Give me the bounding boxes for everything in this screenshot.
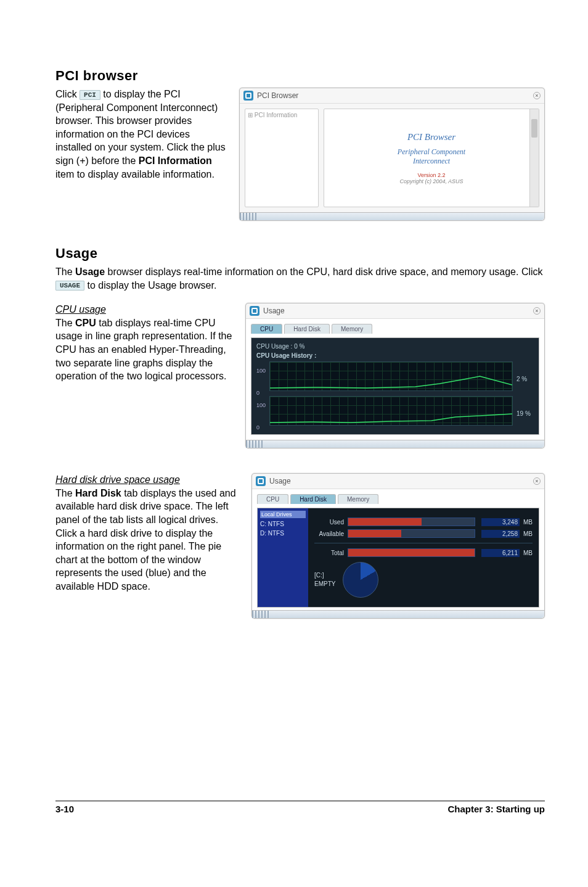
scrollbar[interactable] [529,109,539,207]
pci-para-post: to display the PCI (Peripheral Component… [55,89,226,166]
pci-para-end: item to display available information. [55,169,214,179]
cpu-bold: CPU [75,318,96,328]
scale-hi: 100 [256,368,266,374]
pci-screenshot: PCI Browser × ⊞ PCI Information PCI Brow… [239,88,545,221]
hdd-para-post: tab displays the used and available hard… [55,488,236,592]
resize-grip-icon[interactable] [252,611,269,618]
pie-legend-empty: EMPTY [314,580,335,588]
resize-grip-icon[interactable] [246,440,263,448]
drive-d[interactable]: D: NTFS [260,529,306,538]
used-value: 3,248 [481,518,520,526]
total-bar [348,548,475,557]
usage-intro-post: to display the Usage browser. [84,280,216,291]
pci-panel-line2b: Interconnect [413,157,450,166]
scale-lo: 0 [256,390,266,396]
chapter-title: Chapter 3: Starting up [447,804,545,814]
tabstrip: CPU Hard Disk Memory [257,494,539,504]
cpu-pct-1: 2 % [517,376,534,382]
pci-paragraph: Click PCI to display the PCI (Peripheral… [55,88,228,181]
usage-heading: Usage [55,245,545,262]
pie-legend-c: [C:] [314,571,335,580]
drive-c[interactable]: C: NTFS [260,519,306,529]
cpu-screenshot: Usage × CPU Hard Disk Memory CPU Usage :… [245,303,545,448]
pie-chart-icon [343,562,378,598]
pci-panel-copyright: Copyright (c) 2004, ASUS [399,178,463,184]
drive-info-panel: Used MB 3,248 MB Available 2,258 MB [308,508,539,607]
drive-list: Local Drives C: NTFS D: NTFS [258,508,308,607]
app-logo-icon [256,476,266,486]
hdd-titlebar: Usage × [252,474,544,489]
cpu-paragraph: The CPU tab displays real-time CPU usage… [55,316,234,383]
avail-unit: MB [523,530,533,537]
close-icon[interactable]: × [533,477,541,485]
pci-para-pre: Click [55,89,80,99]
cpu-para-pre: The [55,318,75,328]
total-value: 6,211 [481,549,520,557]
tab-memory[interactable]: Memory [332,324,372,334]
tabstrip: CPU Hard Disk Memory [251,324,539,334]
drive-list-header: Local Drives [260,511,306,518]
usage-intro-b1: Usage [75,266,105,277]
pci-panel-title: PCI Browser [407,132,455,142]
pci-bold: PCI Information [139,155,212,166]
pie-legend: [C:] EMPTY [314,571,335,588]
resize-grip-icon[interactable] [240,213,257,220]
usage-intro-pre: The [55,266,75,277]
app-logo-icon [243,91,253,101]
usage-intro: The Usage browser displays real-time inf… [55,265,545,292]
pci-tree[interactable]: ⊞ PCI Information [245,109,319,207]
hdd-subheading: Hard disk drive space usage [55,473,240,487]
cpu-history-label: CPU Usage History : [256,352,534,359]
avail-label: Available [314,530,344,537]
usage-intro-mid: browser displays real-time information o… [105,266,543,277]
cpu-pct-2: 19 % [517,410,534,417]
pci-heading: PCI browser [55,68,545,84]
usage-chip: USAGE [55,281,84,291]
cpu-scale-2: 100 0 [256,402,266,431]
hdd-screenshot: Usage × CPU Hard Disk Memory Local Drive… [251,473,545,619]
cpu-titlebar: Usage × [246,303,544,319]
app-logo-icon [250,306,259,316]
cpu-window-title: Usage [263,307,285,315]
hdd-window-title: Usage [269,477,291,485]
tab-cpu[interactable]: CPU [257,494,288,504]
cpu-scale-1: 100 0 [256,368,266,396]
pci-window-title: PCI Browser [257,91,298,100]
tab-memory[interactable]: Memory [338,494,378,504]
page-number: 3-10 [55,804,74,814]
tab-cpu[interactable]: CPU [251,324,282,334]
close-icon[interactable]: × [533,307,541,315]
used-label: Used [314,519,344,526]
tab-harddisk[interactable]: Hard Disk [284,324,330,334]
page-footer: 3-10 Chapter 3: Starting up [55,801,545,814]
close-icon[interactable]: × [533,92,541,99]
scale-hi: 100 [256,402,266,408]
pci-chip: PCI [80,90,100,100]
cpu-graph-2 [269,396,513,426]
pci-titlebar: PCI Browser × [240,88,544,104]
pci-panel-version: Version 2.2 [417,172,445,178]
cpu-graph-1 [269,361,513,391]
cpu-subheading: CPU usage [55,303,234,316]
avail-bar [348,529,475,538]
pci-info-panel: PCI Browser Peripheral Component Interco… [324,109,539,207]
scale-lo: 0 [256,424,266,431]
pci-panel-line2a: Peripheral Component [398,147,465,157]
used-bar [348,518,475,526]
used-unit: MB [523,519,533,526]
hdd-bold: Hard Disk [75,488,121,498]
cpu-usage-value: CPU Usage : 0 % [256,343,534,350]
total-unit: MB [523,550,533,556]
hdd-paragraph: The Hard Disk tab displays the used and … [55,487,240,593]
avail-value: 2,258 [481,530,520,538]
tab-harddisk[interactable]: Hard Disk [290,494,336,504]
hdd-para-pre: The [55,488,75,498]
total-label: Total [314,550,344,556]
